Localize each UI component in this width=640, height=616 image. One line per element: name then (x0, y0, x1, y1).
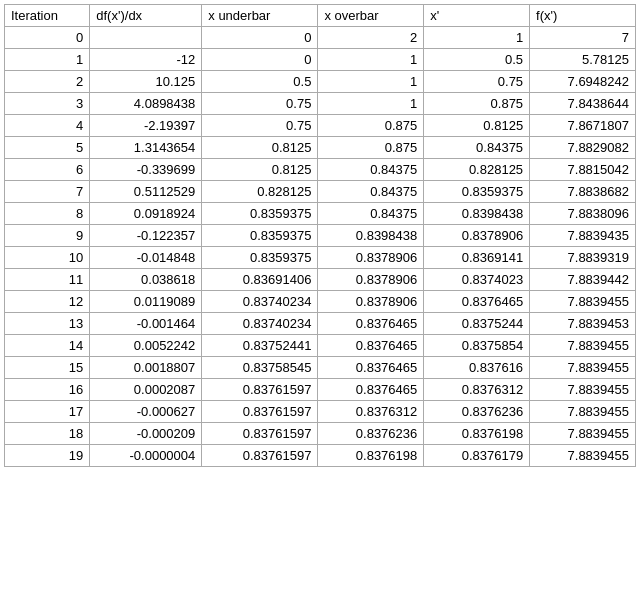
table-row: 140.00522420.837524410.83764650.83758547… (5, 335, 636, 357)
cell-2-5: 7.6948242 (530, 71, 636, 93)
cell-2-2: 0.5 (202, 71, 318, 93)
cell-17-0: 17 (5, 401, 90, 423)
cell-2-4: 0.75 (424, 71, 530, 93)
cell-16-4: 0.8376312 (424, 379, 530, 401)
cell-16-1: 0.0002087 (90, 379, 202, 401)
cell-8-1: 0.0918924 (90, 203, 202, 225)
cell-4-2: 0.75 (202, 115, 318, 137)
cell-8-2: 0.8359375 (202, 203, 318, 225)
cell-6-5: 7.8815042 (530, 159, 636, 181)
cell-14-3: 0.8376465 (318, 335, 424, 357)
table-row: 10-0.0148480.83593750.83789060.83691417.… (5, 247, 636, 269)
cell-19-3: 0.8376198 (318, 445, 424, 467)
table-row: 13-0.0014640.837402340.83764650.83752447… (5, 313, 636, 335)
cell-5-0: 5 (5, 137, 90, 159)
table-row: 120.01190890.837402340.83789060.83764657… (5, 291, 636, 313)
cell-13-1: -0.001464 (90, 313, 202, 335)
cell-17-1: -0.000627 (90, 401, 202, 423)
column-header-4: x' (424, 5, 530, 27)
cell-11-1: 0.038618 (90, 269, 202, 291)
column-header-0: Iteration (5, 5, 90, 27)
table-row: 160.00020870.837615970.83764650.83763127… (5, 379, 636, 401)
table-row: 110.0386180.836914060.83789060.83740237.… (5, 269, 636, 291)
cell-9-5: 7.8839435 (530, 225, 636, 247)
table-row: 17-0.0006270.837615970.83763120.83762367… (5, 401, 636, 423)
table-row: 18-0.0002090.837615970.83762360.83761987… (5, 423, 636, 445)
column-header-2: x underbar (202, 5, 318, 27)
cell-4-0: 4 (5, 115, 90, 137)
cell-9-2: 0.8359375 (202, 225, 318, 247)
cell-13-0: 13 (5, 313, 90, 335)
cell-5-4: 0.84375 (424, 137, 530, 159)
cell-2-0: 2 (5, 71, 90, 93)
column-header-5: f(x') (530, 5, 636, 27)
table-row: 150.00188070.837585450.83764650.8376167.… (5, 357, 636, 379)
cell-6-0: 6 (5, 159, 90, 181)
column-header-3: x overbar (318, 5, 424, 27)
cell-7-2: 0.828125 (202, 181, 318, 203)
cell-1-2: 0 (202, 49, 318, 71)
cell-10-5: 7.8839319 (530, 247, 636, 269)
cell-19-0: 19 (5, 445, 90, 467)
cell-3-5: 7.8438644 (530, 93, 636, 115)
cell-9-3: 0.8398438 (318, 225, 424, 247)
cell-10-3: 0.8378906 (318, 247, 424, 269)
cell-12-2: 0.83740234 (202, 291, 318, 313)
cell-13-3: 0.8376465 (318, 313, 424, 335)
cell-3-0: 3 (5, 93, 90, 115)
cell-8-3: 0.84375 (318, 203, 424, 225)
cell-14-1: 0.0052242 (90, 335, 202, 357)
cell-13-4: 0.8375244 (424, 313, 530, 335)
cell-13-5: 7.8839453 (530, 313, 636, 335)
cell-14-2: 0.83752441 (202, 335, 318, 357)
cell-18-2: 0.83761597 (202, 423, 318, 445)
cell-0-0: 0 (5, 27, 90, 49)
cell-8-0: 8 (5, 203, 90, 225)
cell-5-5: 7.8829082 (530, 137, 636, 159)
cell-5-1: 1.3143654 (90, 137, 202, 159)
cell-14-4: 0.8375854 (424, 335, 530, 357)
table-row: 210.1250.510.757.6948242 (5, 71, 636, 93)
cell-4-3: 0.875 (318, 115, 424, 137)
cell-15-3: 0.8376465 (318, 357, 424, 379)
cell-2-3: 1 (318, 71, 424, 93)
cell-4-1: -2.19397 (90, 115, 202, 137)
cell-10-1: -0.014848 (90, 247, 202, 269)
cell-16-5: 7.8839455 (530, 379, 636, 401)
cell-16-0: 16 (5, 379, 90, 401)
table-row: 19-0.00000040.837615970.83761980.8376179… (5, 445, 636, 467)
cell-7-3: 0.84375 (318, 181, 424, 203)
cell-11-3: 0.8378906 (318, 269, 424, 291)
cell-12-4: 0.8376465 (424, 291, 530, 313)
table-row: 80.09189240.83593750.843750.83984387.883… (5, 203, 636, 225)
cell-11-2: 0.83691406 (202, 269, 318, 291)
cell-1-5: 5.78125 (530, 49, 636, 71)
cell-8-5: 7.8838096 (530, 203, 636, 225)
cell-1-0: 1 (5, 49, 90, 71)
cell-0-2: 0 (202, 27, 318, 49)
cell-17-2: 0.83761597 (202, 401, 318, 423)
table-row: 51.31436540.81250.8750.843757.8829082 (5, 137, 636, 159)
cell-0-4: 1 (424, 27, 530, 49)
cell-16-3: 0.8376465 (318, 379, 424, 401)
cell-3-3: 1 (318, 93, 424, 115)
cell-12-5: 7.8839455 (530, 291, 636, 313)
cell-15-5: 7.8839455 (530, 357, 636, 379)
cell-17-3: 0.8376312 (318, 401, 424, 423)
cell-7-0: 7 (5, 181, 90, 203)
table-row: 4-2.193970.750.8750.81257.8671807 (5, 115, 636, 137)
cell-11-4: 0.8374023 (424, 269, 530, 291)
table-row: 6-0.3396990.81250.843750.8281257.8815042 (5, 159, 636, 181)
cell-15-0: 15 (5, 357, 90, 379)
cell-18-0: 18 (5, 423, 90, 445)
cell-6-2: 0.8125 (202, 159, 318, 181)
cell-17-5: 7.8839455 (530, 401, 636, 423)
cell-15-4: 0.837616 (424, 357, 530, 379)
cell-15-2: 0.83758545 (202, 357, 318, 379)
cell-18-1: -0.000209 (90, 423, 202, 445)
cell-6-4: 0.828125 (424, 159, 530, 181)
table-row: 34.08984380.7510.8757.8438644 (5, 93, 636, 115)
cell-3-1: 4.0898438 (90, 93, 202, 115)
cell-19-4: 0.8376179 (424, 445, 530, 467)
cell-18-5: 7.8839455 (530, 423, 636, 445)
